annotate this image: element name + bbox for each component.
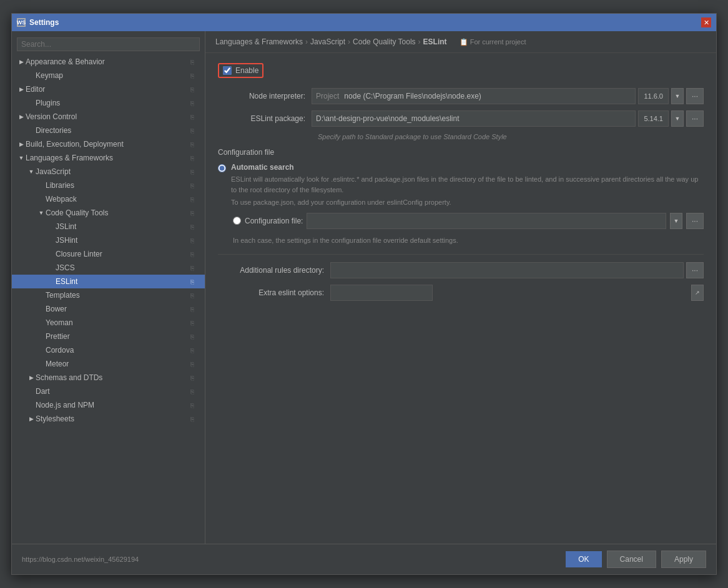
sidebar-item-editor[interactable]: ▶Editor⎘ [12,82,205,96]
title-bar: WS Settings ✕ [12,14,716,31]
sidebar-copy-icon-closure-linter: ⎘ [187,249,197,259]
sidebar-item-prettier[interactable]: Prettier⎘ [12,330,205,343]
sidebar-copy-icon-plugins: ⎘ [187,98,197,108]
sidebar-item-jslint[interactable]: JSLint⎘ [12,220,205,233]
close-button[interactable]: ✕ [701,17,711,27]
sidebar-copy-icon-jslint: ⎘ [187,222,197,232]
sidebar-item-schemas-dtds[interactable]: ▶Schemas and DTDs⎘ [12,371,205,385]
sidebar-item-languages-frameworks[interactable]: ▼Languages & Frameworks⎘ [12,151,205,165]
arrow-javascript: ▼ [27,167,36,176]
sidebar-copy-icon-nodejs-npm: ⎘ [187,400,197,410]
footer-url: https://blog.csdn.net/weixin_45629194 [22,556,561,563]
sidebar-label-javascript: JavaScript [36,167,187,176]
sidebar-copy-icon-keymap: ⎘ [187,71,197,81]
automatic-search-radio[interactable] [218,164,226,172]
sidebar-item-jshint[interactable]: JSHint⎘ [12,233,205,247]
search-input[interactable] [17,37,200,51]
breadcrumb: Languages & Frameworks › JavaScript › Co… [205,31,716,53]
sidebar-label-languages-frameworks: Languages & Frameworks [26,154,187,162]
sidebar-item-appearance-behavior[interactable]: ▶Appearance & Behavior⎘ [12,55,205,69]
node-version-badge: 11.6.0 [638,88,669,104]
sidebar-item-jscs[interactable]: JSCS⎘ [12,261,205,275]
enable-row: Enable [218,63,704,78]
config-file-more-btn[interactable]: ··· [686,213,704,229]
sidebar-item-javascript[interactable]: ▼JavaScript⎘ [12,165,205,179]
breadcrumb-sep-2: › [348,37,350,46]
sidebar-label-jscs: JSCS [56,263,187,272]
sidebar-item-nodejs-npm[interactable]: Node.js and NPM⎘ [12,398,205,412]
extra-eslint-expand-btn[interactable]: ↗ [691,285,704,301]
sidebar-item-cordova[interactable]: Cordova⎘ [12,343,205,357]
sidebar-label-libraries: Libraries [46,181,187,190]
arrow-spacer-cordova [37,346,46,355]
ok-button[interactable]: OK [566,551,601,567]
sidebar-item-plugins[interactable]: Plugins⎘ [12,96,205,110]
sidebar-copy-icon-webpack: ⎘ [187,194,197,204]
arrow-spacer-closure-linter [47,250,56,258]
sidebar-item-closure-linter[interactable]: Closure Linter⎘ [12,247,205,261]
additional-rules-more-btn[interactable]: ··· [686,262,704,278]
arrow-spacer-dart [27,387,36,396]
sidebar-label-cordova: Cordova [46,346,187,355]
arrow-version-control: ▶ [17,112,26,121]
apply-button[interactable]: Apply [661,551,706,568]
enable-checkbox[interactable] [223,66,232,75]
config-file-dropdown-btn[interactable]: ▼ [670,213,682,229]
node-interpreter-control: Project node (C:\Program Files\nodejs\no… [312,88,704,104]
sidebar-label-dart: Dart [36,387,187,396]
sidebar-label-closure-linter: Closure Linter [56,250,187,258]
arrow-build-execution-deployment: ▶ [17,140,26,149]
sidebar-item-yeoman[interactable]: Yeoman⎘ [12,316,205,330]
enable-label[interactable]: Enable [235,66,258,75]
eslint-more-btn[interactable]: ··· [686,110,704,127]
node-interpreter-input[interactable]: Project node (C:\Program Files\nodejs\no… [312,88,636,104]
config-file-input[interactable] [307,213,666,229]
sidebar-item-bower[interactable]: Bower⎘ [12,302,205,316]
sidebar-item-templates[interactable]: Templates⎘ [12,288,205,302]
sidebar-label-webpack: Webpack [46,195,187,203]
node-dropdown-btn[interactable]: ▼ [671,88,684,104]
content-area: Enable Node interpreter: Project node (C… [205,53,716,544]
sidebar-item-stylesheets[interactable]: ▶Stylesheets⎘ [12,412,205,426]
settings-dialog: WS Settings ✕ ▶Appearance & Behavior⎘Key… [11,13,717,575]
sidebar-item-directories[interactable]: Directories⎘ [12,124,205,137]
ws-icon: WS [17,18,26,27]
override-note: In each case, the settings in the config… [218,237,704,244]
sidebar-item-libraries[interactable]: Libraries⎘ [12,179,205,192]
sidebar-copy-icon-version-control: ⎘ [187,112,197,122]
sidebar-item-keymap[interactable]: Keymap⎘ [12,69,205,82]
sidebar-copy-icon-languages-frameworks: ⎘ [187,153,197,163]
sidebar-copy-icon-dart: ⎘ [187,386,197,396]
sidebar-item-eslint[interactable]: ESLint⎘ [12,275,205,288]
sidebar-item-build-execution-deployment[interactable]: ▶Build, Execution, Deployment⎘ [12,137,205,151]
sidebar-copy-icon-jshint: ⎘ [187,235,197,245]
project-tag: 📋 For current project [460,38,526,46]
sidebar-item-code-quality-tools[interactable]: ▼Code Quality Tools⎘ [12,206,205,220]
eslint-package-label: ESLint package: [218,114,312,123]
node-more-btn[interactable]: ··· [686,88,704,104]
extra-eslint-input[interactable] [330,285,433,301]
arrow-languages-frameworks: ▼ [17,154,26,162]
sidebar-label-keymap: Keymap [36,71,187,80]
node-prefix: Project [316,92,339,100]
sidebar-item-version-control[interactable]: ▶Version Control⎘ [12,110,205,124]
sidebar-item-webpack[interactable]: Webpack⎘ [12,192,205,206]
config-file-radio[interactable] [233,217,241,225]
sidebar-copy-icon-code-quality-tools: ⎘ [187,208,197,218]
sidebar-item-dart[interactable]: Dart⎘ [12,385,205,398]
eslint-package-input[interactable] [312,110,636,127]
arrow-spacer-jslint [47,222,56,231]
sidebar-item-meteor[interactable]: Meteor⎘ [12,357,205,371]
extra-eslint-input-container: ↗ [330,285,704,301]
config-file-label[interactable]: Configuration file: [245,217,303,225]
eslint-dropdown-btn[interactable]: ▼ [671,110,684,127]
sidebar-copy-icon-editor: ⎘ [187,84,197,94]
sidebar-label-schemas-dtds: Schemas and DTDs [36,373,187,382]
cancel-button[interactable]: Cancel [607,551,656,568]
automatic-search-desc2: To use package.json, add your configurat… [231,197,704,208]
sidebar-label-bower: Bower [46,305,187,313]
arrow-spacer-templates [37,291,46,300]
additional-rules-input[interactable] [330,262,684,278]
sidebar-label-directories: Directories [36,126,187,135]
automatic-search-label[interactable]: Automatic search [231,163,294,172]
